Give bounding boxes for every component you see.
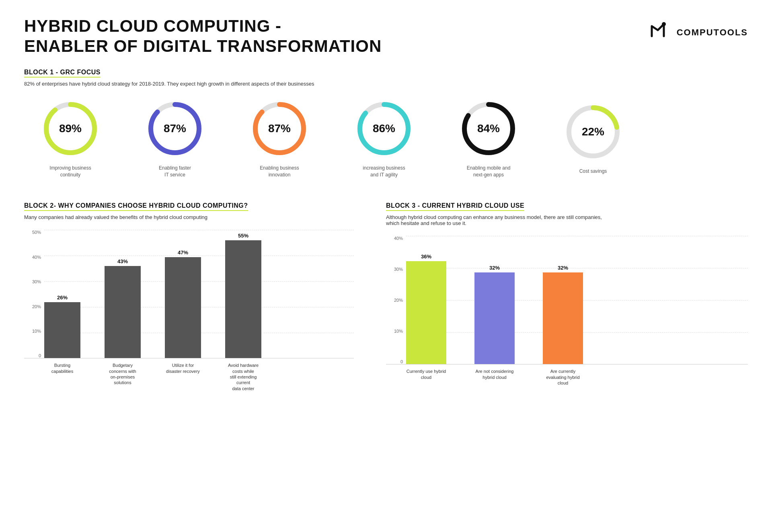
bar-group: 43%	[105, 258, 141, 358]
donut-label: Enabling mobile andnext-gen apps	[467, 165, 511, 178]
y-axis: 50%40%30%20%10%0	[24, 230, 44, 358]
y-axis-label: 0	[400, 359, 403, 364]
donut-percentage: 89%	[59, 122, 82, 135]
bar-axis-label: Avoid hardware costs whilestill extendin…	[225, 362, 261, 391]
bar-group: 36%	[406, 254, 446, 364]
y-axis: 40%30%20%10%0	[386, 236, 406, 364]
y-axis-label: 40%	[32, 255, 41, 260]
block1-subtitle: 82% of enterprises have hybrid cloud str…	[24, 81, 748, 87]
bar-group: 32%	[474, 265, 515, 364]
bar-value-label: 36%	[421, 254, 431, 260]
block3-subtitle: Although hybrid cloud computing can enha…	[386, 214, 748, 226]
block1-title: BLOCK 1 - GRC FOCUS	[24, 69, 101, 78]
donut-percentage: 87%	[268, 122, 291, 135]
bar-group: 47%	[165, 250, 201, 358]
block2-subtitle: Many companies had already valued the be…	[24, 214, 354, 220]
y-axis-label: 10%	[32, 329, 41, 334]
page-title: HYBRID CLOUD COMPUTING - ENABLER OF DIGI…	[24, 16, 382, 57]
bar-value-label: 47%	[178, 250, 188, 256]
bar	[44, 302, 80, 358]
donuts-row: 89%Improving businesscontinuity87%Enabli…	[24, 96, 748, 178]
bar	[165, 257, 201, 358]
bar-axis-label: Are currently evaluating hybrid cloud	[543, 368, 583, 386]
bar	[225, 240, 261, 358]
page-header: HYBRID CLOUD COMPUTING - ENABLER OF DIGI…	[24, 16, 748, 57]
donut-label: Enabling fasterIT service	[159, 165, 191, 178]
y-axis-label: 30%	[32, 279, 41, 284]
bar-group: 32%	[543, 265, 583, 364]
two-col-section: BLOCK 2- WHY COMPANIES CHOOSE HYBRID CLO…	[24, 202, 748, 389]
block3-section: BLOCK 3 - CURRENT HYBRID CLOUD USE Altho…	[386, 202, 748, 389]
donut-label: increasing businessand IT agility	[363, 165, 405, 178]
bar-axis-label: Bursting capabilities	[44, 362, 80, 391]
donut-percentage: 86%	[373, 122, 395, 135]
y-axis-label: 30%	[394, 267, 403, 272]
donut-percentage: 87%	[164, 122, 186, 135]
y-axis-label: 0	[39, 353, 41, 358]
grid-line	[44, 230, 354, 230]
block3-title: BLOCK 3 - CURRENT HYBRID CLOUD USE	[386, 202, 524, 211]
y-axis-label: 20%	[394, 298, 403, 303]
donut-label: Improving businesscontinuity	[49, 165, 91, 178]
logo-text: COMPUTOOLS	[677, 27, 748, 38]
donut-percentage: 84%	[477, 122, 500, 135]
bar-value-label: 32%	[558, 265, 568, 271]
bar-axis-label: Are not considering hybrid cloud	[474, 368, 515, 386]
logo-icon	[648, 20, 672, 45]
bar	[543, 272, 583, 364]
bar-axis-label: Budgetary concerns withon-premises solut…	[105, 362, 141, 391]
donut-label: Enabling businessinnovation	[260, 165, 299, 178]
block2-title: BLOCK 2- WHY COMPANIES CHOOSE HYBRID CLO…	[24, 202, 248, 211]
block2-section: BLOCK 2- WHY COMPANIES CHOOSE HYBRID CLO…	[24, 202, 354, 389]
bar-axis-label: Currently use hybrid cloud	[406, 368, 446, 386]
donut-item: 22%Cost savings	[547, 100, 639, 175]
bar	[406, 261, 446, 364]
donut-item: 89%Improving businesscontinuity	[24, 96, 117, 178]
donut-item: 86%increasing businessand IT agility	[338, 96, 430, 178]
block2-chart: 50%40%30%20%10%026%43%47%55%Bursting cap…	[24, 230, 354, 383]
bar-value-label: 43%	[117, 258, 128, 264]
grid-line	[406, 236, 748, 236]
y-axis-label: 20%	[32, 304, 41, 309]
donut-label: Cost savings	[579, 168, 607, 175]
logo: COMPUTOOLS	[648, 16, 748, 45]
bar	[474, 272, 515, 364]
donut-item: 84%Enabling mobile andnext-gen apps	[442, 96, 535, 178]
y-axis-label: 50%	[32, 230, 41, 235]
bar-group: 26%	[44, 295, 80, 358]
y-axis-label: 40%	[394, 236, 403, 241]
svg-point-0	[662, 22, 666, 26]
bar-value-label: 26%	[57, 295, 68, 301]
block3-chart: 40%30%20%10%036%32%32%Currently use hybr…	[386, 236, 748, 389]
bar-value-label: 32%	[489, 265, 500, 271]
bar-value-label: 55%	[238, 233, 248, 239]
donut-item: 87%Enabling fasterIT service	[129, 96, 221, 178]
y-axis-label: 10%	[394, 329, 403, 334]
bar-group: 55%	[225, 233, 261, 358]
donut-percentage: 22%	[582, 125, 604, 138]
bar	[105, 266, 141, 358]
donut-item: 87%Enabling businessinnovation	[233, 96, 326, 178]
block1-section: BLOCK 1 - GRC FOCUS 82% of enterprises h…	[24, 69, 748, 178]
bar-axis-label: Utilize it fordisaster recovery	[165, 362, 201, 391]
